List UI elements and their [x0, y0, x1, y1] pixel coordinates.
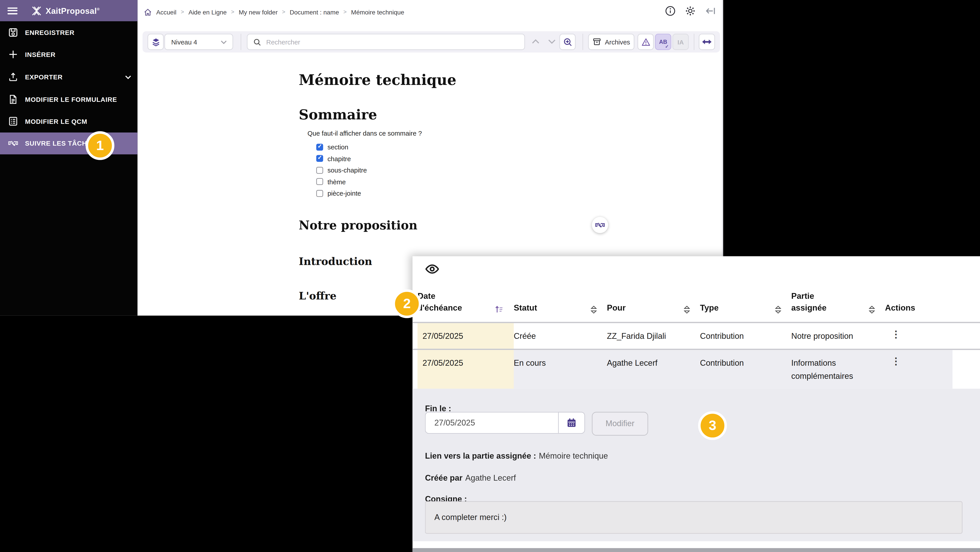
cell-statut: En cours [514, 350, 607, 388]
sidebar-header: XaitProposal® [0, 0, 137, 21]
find-previous-icon[interactable] [531, 37, 540, 46]
sidebar-item-suivre-les-taches[interactable]: SUIVRE LES TÂCHES [0, 132, 137, 154]
hamburger-menu-icon[interactable] [8, 7, 18, 14]
sort-icon[interactable] [775, 306, 781, 314]
info-icon[interactable] [665, 6, 676, 16]
cell-date: 27/05/2025 [417, 350, 514, 388]
checklist-icon [8, 116, 18, 126]
screenshot-stage: XaitProposal® ENREGISTRER INSÉRER [0, 0, 980, 552]
layers-icon [151, 37, 160, 46]
toolbar-divider [240, 34, 241, 50]
gear-icon[interactable] [685, 6, 696, 16]
search-icon [253, 38, 261, 46]
summary-heading: Sommaire [299, 106, 377, 122]
calendar-button[interactable] [558, 412, 585, 433]
consigne-text: A completer merci :) [434, 512, 507, 522]
breadcrumb-item-accueil[interactable]: Accueil [156, 8, 177, 15]
archives-button[interactable]: Archives [588, 34, 634, 50]
breadcrumb-item-aide-en-ligne[interactable]: Aide en Ligne [189, 8, 227, 15]
checkbox-piece-jointe[interactable] [316, 189, 323, 197]
sort-icon[interactable] [869, 306, 875, 314]
sidebar-item-modifier-formulaire[interactable]: MODIFIER LE FORMULAIRE [0, 90, 137, 109]
xait-logo-icon [31, 5, 42, 16]
handshake-icon [595, 221, 605, 229]
task-details: Fin le : [412, 388, 980, 541]
column-header-pour[interactable]: Pour [607, 302, 700, 322]
section-heading-loffre: L'offre [299, 290, 337, 302]
section-heading-notre-proposition: Notre proposition [299, 218, 417, 232]
due-date-field[interactable] [425, 412, 558, 433]
warning-icon [641, 37, 650, 46]
table-row[interactable]: 27/05/2025 En cours Agathe Lecerf Contri… [417, 350, 953, 388]
breadcrumb-item-memoire-technique: Mémoire technique [351, 8, 404, 15]
app-logo: XaitProposal® [31, 5, 100, 16]
checkbox-theme[interactable] [316, 178, 323, 185]
consigne-box: A completer merci :) [425, 501, 963, 533]
sidebar-item-modifier-qcm[interactable]: MODIFIER LE QCM [0, 112, 137, 130]
home-icon[interactable] [144, 8, 152, 16]
checkbox-row-chapitre: chapitre [316, 155, 351, 162]
cell-pour: ZZ_Farida Djilali [607, 323, 700, 349]
toolbar-divider [694, 34, 694, 50]
column-header-type[interactable]: Type [700, 302, 791, 322]
annotation-badge-2: 2 [392, 290, 421, 318]
checkbox-sous-chapitre[interactable] [316, 167, 323, 173]
search-field[interactable] [247, 34, 525, 50]
breadcrumb-separator: > [282, 9, 285, 15]
resize-horizontal-icon [702, 38, 712, 46]
find-next-icon[interactable] [547, 37, 556, 46]
sidebar-item-exporter[interactable]: EXPORTER [0, 68, 137, 86]
calendar-icon [566, 417, 577, 428]
level-select[interactable]: Niveau 4 [164, 34, 233, 50]
plus-icon [8, 49, 18, 59]
assigned-part-line: Lien vers la partie assignée : Mémoire t… [425, 450, 608, 461]
column-header-date-echeance[interactable]: Date d'échéance [417, 291, 514, 322]
sort-icon[interactable] [684, 306, 690, 314]
row-actions-menu-icon[interactable]: ⋮ [891, 356, 900, 366]
checkbox-row-sous-chapitre: sous-chapitre [316, 166, 367, 174]
check-icon: ✓ [665, 45, 669, 49]
checkbox-row-piece-jointe: pièce-jointe [316, 189, 361, 197]
collapse-panel-icon[interactable] [705, 6, 716, 16]
panel-scrollbar[interactable] [412, 548, 980, 552]
breadcrumb-separator: > [344, 9, 347, 15]
modifier-button[interactable]: Modifier [592, 412, 648, 435]
column-header-statut[interactable]: Statut [514, 302, 607, 322]
export-icon [8, 72, 18, 82]
warnings-button[interactable] [637, 34, 654, 50]
breadcrumb-item-document-name[interactable]: Document : name [290, 8, 339, 15]
cell-type: Contribution [700, 350, 791, 388]
due-date-input[interactable] [433, 417, 529, 428]
checkbox-section[interactable] [316, 143, 323, 150]
spellcheck-button[interactable]: AB ✓ [655, 34, 671, 50]
archive-icon [592, 38, 601, 46]
levels-button[interactable] [147, 34, 164, 50]
checkbox-chapitre[interactable] [316, 155, 323, 162]
breadcrumb-separator: > [231, 9, 234, 15]
task-indicator-button[interactable] [592, 217, 608, 233]
sidebar: XaitProposal® ENREGISTRER INSÉRER [0, 0, 137, 316]
table-row[interactable]: 27/05/2025 Créée ZZ_Farida Djilali Contr… [417, 323, 953, 349]
sort-ascending-icon[interactable] [495, 305, 504, 314]
chevron-down-icon [125, 75, 131, 79]
cell-statut: Créée [514, 323, 607, 349]
breadcrumb-item-my-new-folder[interactable]: My new folder [239, 8, 278, 15]
summary-question: Que faut-il afficher dans ce sommaire ? [307, 129, 422, 137]
form-document-icon [8, 94, 18, 104]
column-header-partie-assignee[interactable]: Partie assignée [791, 291, 885, 322]
created-by-line: Créée par Agathe Lecerf [425, 471, 516, 483]
handshake-icon [8, 138, 18, 148]
due-date-input-group [425, 412, 585, 433]
tasks-table-header: Date d'échéance Statut Pour Type [417, 256, 953, 322]
search-input[interactable] [265, 38, 525, 46]
ia-button[interactable]: IA [673, 34, 689, 50]
expand-width-button[interactable] [699, 34, 715, 50]
checkbox-row-theme: thème [316, 178, 346, 185]
row-actions-menu-icon[interactable]: ⋮ [891, 329, 900, 339]
sidebar-item-inserer[interactable]: INSÉRER [0, 45, 137, 64]
sort-icon[interactable] [591, 306, 597, 314]
section-heading-introduction: Introduction [299, 256, 372, 267]
sidebar-item-enregistrer[interactable]: ENREGISTRER [0, 23, 137, 42]
assigned-part-link[interactable]: Mémoire technique [539, 451, 608, 460]
search-in-document-button[interactable] [559, 34, 576, 50]
